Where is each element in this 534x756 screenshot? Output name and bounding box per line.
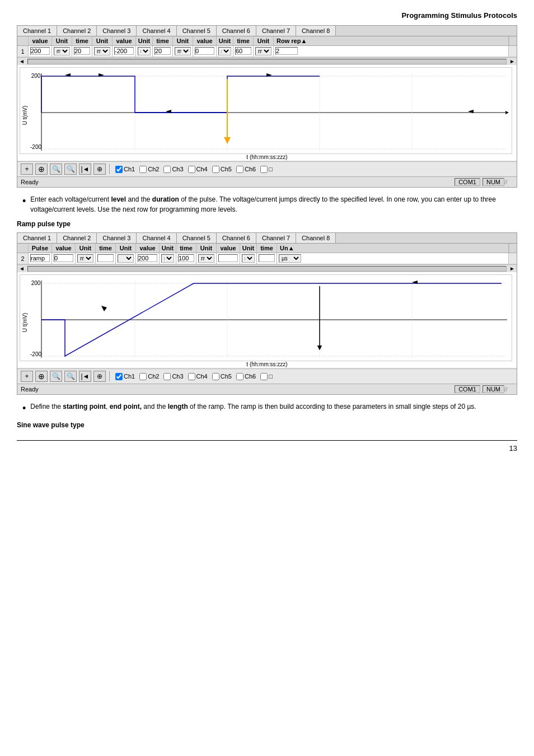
- channel-tabs-1: Channel 1 Channel 2 Channel 3 Channel 4 …: [17, 26, 517, 36]
- zoom-out-btn-2[interactable]: 🔍: [50, 371, 62, 382]
- cell-time1[interactable]: [72, 46, 92, 57]
- tab2-channel4[interactable]: Channel 4: [137, 233, 176, 243]
- scroll-right-btn-1[interactable]: ►: [508, 58, 517, 64]
- scroll-right-btn-2[interactable]: ►: [508, 265, 517, 272]
- cell-unit4[interactable]: ms: [173, 46, 193, 57]
- scroll-left-btn-2[interactable]: ◄: [17, 265, 26, 272]
- ch7-check-input-2[interactable]: [260, 373, 268, 380]
- horiz-scrollbar-2[interactable]: [27, 266, 507, 272]
- ch3-check-input-1[interactable]: [163, 166, 171, 173]
- cursor-btn-2[interactable]: +: [21, 371, 33, 382]
- cell2-unit5[interactable]: mV: [240, 253, 257, 264]
- cell-value3[interactable]: [193, 46, 217, 57]
- tab-channel5[interactable]: Channel 5: [177, 26, 217, 36]
- bold-length: length: [168, 403, 188, 410]
- tab-channel3[interactable]: Channel 3: [97, 26, 137, 36]
- ch3-checkbox-1[interactable]: Ch3: [163, 166, 183, 173]
- cell-unit6[interactable]: ms: [254, 46, 274, 57]
- tab2-channel2[interactable]: Channel 2: [57, 233, 97, 243]
- cell-unit5[interactable]: mV: [217, 46, 233, 57]
- ch7-checkbox-1[interactable]: □: [260, 166, 273, 173]
- page-title: Programming Stimulus Protocols: [401, 11, 517, 20]
- zoom-in-btn-1[interactable]: 🔍: [64, 164, 77, 175]
- col-header2-unit2: Unit: [116, 244, 136, 253]
- fit-btn-2[interactable]: |◄: [79, 371, 91, 382]
- ch4-checkbox-2[interactable]: Ch4: [188, 373, 208, 380]
- tab-channel1[interactable]: Channel 1: [17, 26, 57, 36]
- tab-channel8[interactable]: Channel 8: [296, 26, 336, 36]
- tab2-channel7[interactable]: Channel 7: [256, 233, 296, 243]
- bold-starting-point: starting point: [63, 403, 106, 410]
- scroll-bar-2[interactable]: ◄ ►: [17, 264, 517, 272]
- tab-channel6[interactable]: Channel 6: [217, 26, 256, 36]
- ch5-check-input-2[interactable]: [212, 373, 219, 380]
- ch6-check-input-2[interactable]: [236, 373, 243, 380]
- ch3-check-input-2[interactable]: [163, 373, 171, 380]
- cell2-unit3[interactable]: mV: [160, 253, 176, 264]
- scroll-left-btn-1[interactable]: ◄: [17, 58, 26, 64]
- ch1-check-input-2[interactable]: [115, 373, 123, 380]
- ch4-check-input-1[interactable]: [188, 166, 195, 173]
- cell-unit3[interactable]: mV: [136, 46, 153, 57]
- ch5-check-input-1[interactable]: [212, 166, 219, 173]
- ch6-checkbox-1[interactable]: Ch6: [236, 166, 256, 173]
- ch6-check-input-1[interactable]: [236, 166, 243, 173]
- ch2-check-input-2[interactable]: [139, 373, 147, 380]
- ch2-checkbox-1[interactable]: Ch2: [139, 166, 159, 173]
- ch1-checkbox-1[interactable]: Ch1: [115, 166, 135, 173]
- ch1-checkbox-2[interactable]: Ch1: [115, 373, 135, 380]
- col-header-time2: time: [153, 36, 173, 45]
- cell2-time2[interactable]: [176, 253, 196, 264]
- tab2-channel3[interactable]: Channel 3: [97, 233, 137, 243]
- tab-channel2[interactable]: Channel 2: [57, 26, 97, 36]
- ch4-checkbox-1[interactable]: Ch4: [188, 166, 208, 173]
- col-header-time3: time: [233, 36, 254, 45]
- ch7-checkbox-2[interactable]: □: [260, 373, 273, 380]
- tab-channel4[interactable]: Channel 4: [137, 26, 176, 36]
- tab2-channel1[interactable]: Channel 1: [17, 233, 57, 243]
- cell2-unit1[interactable]: mV: [76, 253, 96, 264]
- cell-time2[interactable]: [153, 46, 173, 57]
- cell2-pulse[interactable]: [29, 253, 52, 264]
- cell-unit2[interactable]: ms: [92, 46, 113, 57]
- cursor-btn-1[interactable]: +: [21, 164, 33, 175]
- fit-all-btn-2[interactable]: ⊕: [93, 371, 106, 382]
- cell-value2[interactable]: [113, 46, 136, 57]
- horiz-scrollbar-1[interactable]: [27, 59, 507, 64]
- cell2-value1[interactable]: [52, 253, 76, 264]
- tab2-channel8[interactable]: Channel 8: [296, 233, 336, 243]
- tab2-channel6[interactable]: Channel 6: [217, 233, 256, 243]
- toolbar-2: + ⊕ 🔍 🔍 |◄ ⊕ Ch1 Ch2 Ch3 Ch4 Ch5 Ch6 □: [17, 368, 517, 384]
- cell-unit1[interactable]: mV: [52, 46, 72, 57]
- cell2-unit4[interactable]: ms: [196, 253, 217, 264]
- zoom-out-btn-1[interactable]: 🔍: [50, 164, 62, 175]
- tab2-channel5[interactable]: Channel 5: [177, 233, 217, 243]
- ch6-checkbox-2[interactable]: Ch6: [236, 373, 256, 380]
- cell-time3[interactable]: [233, 46, 254, 57]
- zoom-in-btn-2[interactable]: 🔍: [64, 371, 77, 382]
- ch5-checkbox-2[interactable]: Ch5: [212, 373, 232, 380]
- cell2-un[interactable]: µs: [277, 253, 509, 264]
- toolbar-sep-1: [109, 164, 110, 174]
- fit-all-btn-1[interactable]: ⊕: [93, 164, 106, 175]
- ch3-checkbox-2[interactable]: Ch3: [163, 373, 183, 380]
- zoom-reset-btn-1[interactable]: ⊕: [35, 164, 48, 175]
- cell-rowrep[interactable]: [274, 46, 509, 57]
- ch2-checkbox-2[interactable]: Ch2: [139, 373, 159, 380]
- ch7-check-input-1[interactable]: [260, 166, 268, 173]
- ch2-check-input-1[interactable]: [139, 166, 147, 173]
- cell-value1[interactable]: [29, 46, 52, 57]
- cell2-time1[interactable]: [96, 253, 116, 264]
- cell2-value2[interactable]: [136, 253, 160, 264]
- cell2-unit2[interactable]: [116, 253, 136, 264]
- cell2-time3[interactable]: [257, 253, 277, 264]
- x-axis-label-1: t (hh:mm:ss:zzz): [20, 154, 514, 160]
- ch5-checkbox-1[interactable]: Ch5: [212, 166, 232, 173]
- scroll-bar-1[interactable]: ◄ ►: [17, 57, 517, 65]
- ch1-check-input-1[interactable]: [115, 166, 123, 173]
- tab-channel7[interactable]: Channel 7: [256, 26, 296, 36]
- ch4-check-input-2[interactable]: [188, 373, 195, 380]
- fit-btn-1[interactable]: |◄: [79, 164, 91, 175]
- cell2-value3[interactable]: [217, 253, 240, 264]
- zoom-reset-btn-2[interactable]: ⊕: [35, 371, 48, 382]
